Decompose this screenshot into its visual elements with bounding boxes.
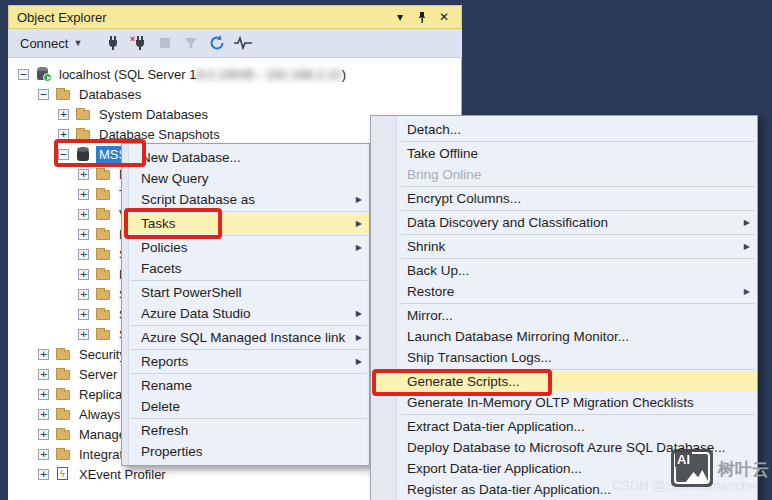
- submenu-arrow-icon: ▶: [356, 189, 362, 210]
- folder-icon: [95, 286, 111, 302]
- expand-expander[interactable]: +: [38, 469, 49, 480]
- menu-item-take-offline[interactable]: Take Offline: [371, 143, 757, 164]
- panel-title: Object Explorer: [17, 10, 387, 25]
- menu-item-new-query[interactable]: New Query: [122, 168, 369, 189]
- menu-separator: [401, 210, 755, 211]
- submenu-arrow-icon: ▶: [356, 351, 362, 372]
- refresh-icon[interactable]: [204, 32, 230, 54]
- menu-item-restore[interactable]: Restore▶: [371, 281, 757, 302]
- menu-item-azure-sql-managed-instance-link[interactable]: Azure SQL Managed Instance link▶: [122, 327, 369, 348]
- chevron-down-icon[interactable]: ▾: [391, 8, 409, 26]
- expand-expander[interactable]: +: [78, 229, 89, 240]
- submenu-arrow-icon: ▶: [744, 236, 750, 257]
- tree-item-databases[interactable]: −Databases: [8, 84, 461, 104]
- server-icon: [35, 66, 51, 82]
- menu-separator: [401, 258, 755, 259]
- submenu-arrow-icon: ▶: [744, 212, 750, 233]
- submenu-arrow-icon: ▶: [744, 281, 750, 302]
- menu-item-new-database[interactable]: New Database...: [122, 147, 369, 168]
- submenu-arrow-icon: ▶: [356, 303, 362, 324]
- menu-item-extract-data-tier-application[interactable]: Extract Data-tier Application...: [371, 416, 757, 437]
- collapse-expander[interactable]: −: [38, 89, 49, 100]
- folder-icon: [55, 406, 71, 422]
- menu-separator: [401, 234, 755, 235]
- folder-icon: [95, 226, 111, 242]
- svg-text:×: ×: [130, 35, 135, 44]
- expand-expander[interactable]: +: [38, 389, 49, 400]
- expand-expander[interactable]: +: [78, 269, 89, 280]
- expand-expander[interactable]: +: [58, 129, 69, 140]
- expand-expander[interactable]: +: [38, 429, 49, 440]
- menu-item-properties[interactable]: Properties: [122, 441, 369, 462]
- menu-separator: [131, 418, 367, 419]
- connect-button[interactable]: Connect ▼: [16, 34, 86, 53]
- annotation-box-tasks: [124, 208, 222, 239]
- menu-item-reports[interactable]: Reports▶: [122, 351, 369, 372]
- watermark-brand: 树叶云: [718, 458, 769, 481]
- filter-icon[interactable]: [178, 32, 204, 54]
- menu-item-launch-database-mirroring-monitor[interactable]: Launch Database Mirroring Monitor...: [371, 326, 757, 347]
- expand-expander[interactable]: +: [78, 249, 89, 260]
- disconnect-plug-icon[interactable]: ×: [126, 32, 152, 54]
- menu-item-detach[interactable]: Detach...: [371, 119, 757, 140]
- connect-plug-icon[interactable]: [100, 32, 126, 54]
- menu-item-mirror[interactable]: Mirror...: [371, 305, 757, 326]
- expand-expander[interactable]: +: [38, 409, 49, 420]
- tree-item-label: XEvent Profiler: [76, 466, 169, 483]
- menu-item-bring-online: Bring Online: [371, 164, 757, 185]
- tree-item-label: System Databases: [96, 106, 211, 123]
- menu-separator: [401, 186, 755, 187]
- folder-icon: [55, 446, 71, 462]
- expand-expander[interactable]: +: [58, 109, 69, 120]
- expand-expander[interactable]: +: [78, 289, 89, 300]
- watermark-logo-text: AI: [675, 452, 692, 467]
- collapse-expander[interactable]: −: [18, 69, 29, 80]
- menu-item-policies[interactable]: Policies▶: [122, 237, 369, 258]
- menu-item-data-discovery-and-classification[interactable]: Data Discovery and Classification▶: [371, 212, 757, 233]
- menu-separator: [131, 373, 367, 374]
- pin-icon[interactable]: [413, 8, 431, 26]
- folder-icon: [55, 346, 71, 362]
- menu-item-azure-data-studio[interactable]: Azure Data Studio▶: [122, 303, 369, 324]
- expand-expander[interactable]: +: [78, 209, 89, 220]
- folder-icon: [95, 306, 111, 322]
- submenu-arrow-icon: ▶: [356, 213, 362, 234]
- object-explorer-titlebar: Object Explorer ▾ ✕: [8, 5, 462, 29]
- activity-monitor-icon[interactable]: [230, 32, 256, 54]
- connect-label: Connect: [20, 36, 68, 51]
- close-icon[interactable]: ✕: [435, 8, 453, 26]
- menu-separator: [131, 280, 367, 281]
- folder-icon: [55, 86, 71, 102]
- menu-separator: [131, 325, 367, 326]
- expand-expander[interactable]: +: [38, 369, 49, 380]
- expand-expander[interactable]: +: [78, 329, 89, 340]
- menu-item-rename[interactable]: Rename: [122, 375, 369, 396]
- menu-item-facets[interactable]: Facets: [122, 258, 369, 279]
- menu-item-refresh[interactable]: Refresh: [122, 420, 369, 441]
- folder-icon: [55, 426, 71, 442]
- folder-icon: [95, 166, 111, 182]
- menu-item-delete[interactable]: Delete: [122, 396, 369, 417]
- menu-separator: [131, 349, 367, 350]
- folder-icon: [75, 106, 91, 122]
- menu-item-encrypt-columns[interactable]: Encrypt Columns...: [371, 188, 757, 209]
- menu-item-ship-transaction-logs[interactable]: Ship Transaction Logs...: [371, 347, 757, 368]
- folder-icon: [95, 186, 111, 202]
- menu-item-back-up[interactable]: Back Up...: [371, 260, 757, 281]
- submenu-arrow-icon: ▶: [356, 237, 362, 258]
- expand-expander[interactable]: +: [38, 449, 49, 460]
- expand-expander[interactable]: +: [78, 189, 89, 200]
- object-explorer-toolbar: Connect ▼ ×: [8, 29, 462, 58]
- menu-item-shrink[interactable]: Shrink▶: [371, 236, 757, 257]
- tree-item-localhost-sql-server-1[interactable]: −localhost (SQL Server 18.0.19045 - 192.…: [8, 64, 461, 84]
- expand-expander[interactable]: +: [38, 349, 49, 360]
- stop-icon[interactable]: [152, 32, 178, 54]
- tasks-submenu: Detach...Take OfflineBring OnlineEncrypt…: [370, 115, 758, 500]
- expand-expander[interactable]: +: [78, 169, 89, 180]
- annotation-box-generate-scripts: [372, 369, 552, 396]
- menu-item-start-powershell[interactable]: Start PowerShell: [122, 282, 369, 303]
- menu-item-script-database-as[interactable]: Script Database as▶: [122, 189, 369, 210]
- chevron-down-icon: ▼: [73, 38, 82, 48]
- expand-expander[interactable]: +: [78, 309, 89, 320]
- annotation-box-database-node: [54, 139, 146, 167]
